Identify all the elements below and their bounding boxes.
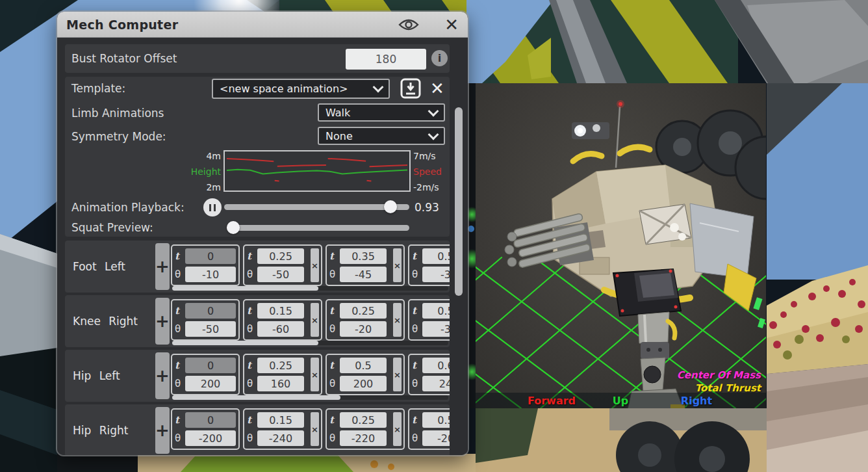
mech-preview-viewport: Center Of Mass Total Thrust ForwardUpRig… <box>476 83 766 408</box>
t-label: t <box>247 305 257 317</box>
pause-button[interactable] <box>203 198 222 216</box>
t-input[interactable] <box>257 248 304 264</box>
remove-keyframe-button[interactable]: × <box>311 248 319 282</box>
orange-tuft <box>388 464 394 470</box>
keyframes-scrollbar[interactable] <box>172 286 448 291</box>
symmetry-mode-dropdown[interactable]: None <box>318 127 445 145</box>
theta-input[interactable] <box>257 267 304 282</box>
remove-keyframe-button[interactable]: × <box>393 358 402 391</box>
limb-label: Hip Right <box>73 404 128 455</box>
theta-label: θ <box>175 323 185 335</box>
keyframes-scrollbar[interactable] <box>172 341 448 345</box>
squat-slider-thumb[interactable] <box>227 221 240 234</box>
theta-input[interactable] <box>185 430 236 446</box>
yellow-frame <box>724 264 756 311</box>
add-keyframe-button[interactable]: + <box>155 407 170 454</box>
remove-keyframe-button[interactable]: × <box>311 358 319 391</box>
clear-template-icon[interactable]: ✕ <box>428 78 447 99</box>
window-titlebar: Mech Computer ✕ <box>57 12 468 38</box>
save-template-icon[interactable] <box>400 78 421 99</box>
limb-animations-value: Walk <box>326 107 350 119</box>
remove-keyframe-button[interactable]: × <box>311 303 319 337</box>
t-label: t <box>412 250 422 262</box>
limb-row-knee-right: Knee Right+tθtθ×tθ×tθ× <box>65 295 450 347</box>
theta-input[interactable] <box>422 376 450 391</box>
window-title: Mech Computer <box>66 18 398 32</box>
theta-input[interactable] <box>257 430 304 446</box>
theta-input[interactable] <box>185 376 236 391</box>
t-input[interactable] <box>185 412 236 428</box>
theta-input[interactable] <box>185 321 236 337</box>
t-input[interactable] <box>257 358 304 373</box>
bust-rotator-input[interactable] <box>346 49 426 70</box>
t-input[interactable] <box>185 248 236 264</box>
theta-input[interactable] <box>257 376 304 391</box>
t-input[interactable] <box>422 412 450 428</box>
add-keyframe-button[interactable]: + <box>155 352 170 399</box>
theta-input[interactable] <box>340 376 387 391</box>
knee-joint <box>644 366 661 383</box>
t-label: t <box>412 305 422 317</box>
chart-legend-speed: Speed <box>413 166 442 177</box>
t-input[interactable] <box>340 303 387 319</box>
t-input[interactable] <box>422 358 450 373</box>
remove-keyframe-button[interactable]: × <box>393 412 402 446</box>
keyframes-strip: tθtθ×tθ×tθ× <box>171 295 450 347</box>
chart-line-speed <box>367 181 372 181</box>
visibility-toggle-icon[interactable] <box>398 18 420 32</box>
limb-row-hip-left: Hip Left+tθtθ×tθ×tθ× <box>65 350 450 402</box>
theta-input[interactable] <box>257 321 304 337</box>
theta-input[interactable] <box>340 267 387 282</box>
keyframes-scrollbar-thumb[interactable] <box>172 286 318 291</box>
t-input[interactable] <box>340 412 387 428</box>
template-dropdown[interactable]: <new space animation> <box>212 79 390 99</box>
theta-label: θ <box>247 378 257 389</box>
close-icon[interactable]: ✕ <box>444 16 459 33</box>
t-input[interactable] <box>257 303 304 319</box>
t-label: t <box>329 305 340 317</box>
wheel-hub <box>638 443 661 467</box>
window-body: Bust Rotator Offset i Template: <new spa… <box>57 38 468 455</box>
green-mound <box>181 455 353 472</box>
t-input[interactable] <box>185 358 236 373</box>
chart-left-tick-top: 4m <box>175 151 221 161</box>
limb-row-hip-right: Hip Right+tθtθ×tθ×tθ× <box>65 404 450 455</box>
theta-label: θ <box>247 432 257 444</box>
bust-rotator-row: Bust Rotator Offset i <box>65 44 450 73</box>
mech-computer-window: Mech Computer ✕ Bust Rotator Offset i Te… <box>57 12 468 455</box>
t-input[interactable] <box>422 248 450 264</box>
theta-input[interactable] <box>340 321 387 337</box>
theta-input[interactable] <box>422 430 450 446</box>
theta-input[interactable] <box>422 267 450 282</box>
theta-input[interactable] <box>422 321 450 337</box>
playback-slider[interactable] <box>224 204 409 210</box>
t-input[interactable] <box>340 248 387 264</box>
t-input[interactable] <box>257 412 304 428</box>
keyframes-scrollbar[interactable] <box>172 395 448 400</box>
mech-preview-render <box>476 83 766 408</box>
limb-animations-dropdown[interactable]: Walk <box>318 103 445 122</box>
keyframes-scrollbar-thumb[interactable] <box>172 395 340 400</box>
t-input[interactable] <box>340 358 387 373</box>
keyframes-scrollbar-thumb[interactable] <box>172 341 318 345</box>
keyframe-cell: tθ× <box>408 244 450 286</box>
theta-input[interactable] <box>185 267 236 282</box>
squat-slider[interactable] <box>227 225 409 231</box>
vertical-scrollbar[interactable] <box>455 107 463 296</box>
keyframe-cell: tθ× <box>408 299 450 341</box>
yellow-hook <box>668 321 675 338</box>
playback-slider-thumb[interactable] <box>384 200 397 213</box>
t-input[interactable] <box>422 303 450 319</box>
remove-keyframe-button[interactable]: × <box>393 303 402 337</box>
theta-label: θ <box>329 378 340 389</box>
add-keyframe-button[interactable]: + <box>155 243 170 290</box>
info-icon[interactable]: i <box>431 50 448 66</box>
add-keyframe-button[interactable]: + <box>155 298 170 345</box>
t-input[interactable] <box>185 303 236 319</box>
axis-label-right: Right <box>681 395 712 407</box>
remove-keyframe-button[interactable]: × <box>393 248 402 282</box>
t-label: t <box>247 250 257 262</box>
remove-keyframe-button[interactable]: × <box>311 412 319 446</box>
theta-input[interactable] <box>340 430 387 446</box>
chart-right-tick-bottom: -2m/s <box>413 182 439 192</box>
